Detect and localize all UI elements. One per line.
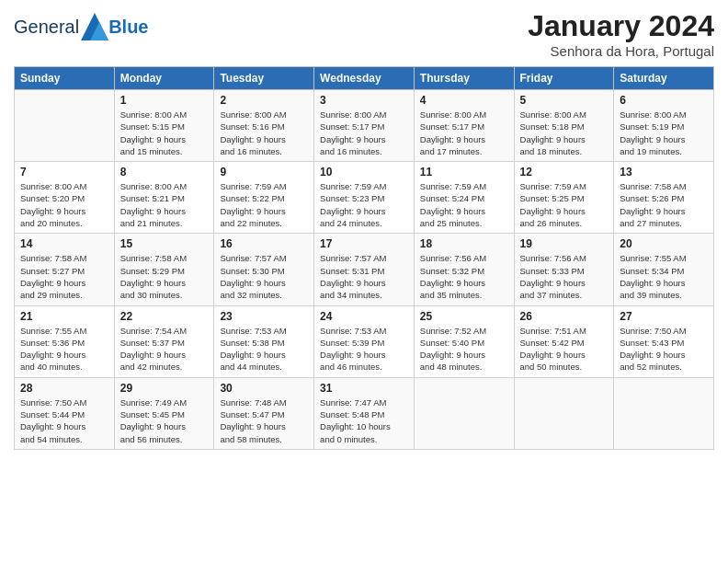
day-detail: Sunrise: 7:52 AM Sunset: 5:40 PM Dayligh…: [420, 325, 508, 373]
calendar-week-row: 28Sunrise: 7:50 AM Sunset: 5:44 PM Dayli…: [15, 377, 714, 449]
calendar-cell: 18Sunrise: 7:56 AM Sunset: 5:32 PM Dayli…: [414, 234, 514, 305]
logo-general: General: [14, 17, 79, 38]
calendar-cell: 12Sunrise: 7:59 AM Sunset: 5:25 PM Dayli…: [514, 162, 614, 234]
calendar-cell: 31Sunrise: 7:47 AM Sunset: 5:48 PM Dayli…: [314, 377, 415, 449]
day-detail: Sunrise: 7:50 AM Sunset: 5:43 PM Dayligh…: [620, 325, 708, 373]
day-detail: Sunrise: 7:48 AM Sunset: 5:47 PM Dayligh…: [220, 396, 308, 445]
calendar-cell: [514, 377, 614, 449]
day-number: 9: [220, 166, 308, 178]
day-detail: Sunrise: 7:47 AM Sunset: 5:48 PM Dayligh…: [320, 396, 408, 445]
day-number: 27: [620, 310, 708, 323]
day-number: 26: [520, 310, 609, 323]
calendar-cell: 7Sunrise: 8:00 AM Sunset: 5:20 PM Daylig…: [15, 162, 115, 234]
day-detail: Sunrise: 7:53 AM Sunset: 5:39 PM Dayligh…: [320, 325, 408, 373]
calendar-cell: 25Sunrise: 7:52 AM Sunset: 5:40 PM Dayli…: [414, 305, 514, 377]
day-detail: Sunrise: 7:56 AM Sunset: 5:32 PM Dayligh…: [420, 252, 508, 301]
calendar-cell: 9Sunrise: 7:59 AM Sunset: 5:22 PM Daylig…: [214, 162, 314, 234]
calendar-cell: 16Sunrise: 7:57 AM Sunset: 5:30 PM Dayli…: [214, 234, 314, 305]
day-detail: Sunrise: 8:00 AM Sunset: 5:17 PM Dayligh…: [320, 109, 408, 157]
day-detail: Sunrise: 7:53 AM Sunset: 5:38 PM Dayligh…: [220, 325, 308, 373]
day-number: 2: [220, 94, 308, 107]
day-detail: Sunrise: 7:51 AM Sunset: 5:42 PM Dayligh…: [520, 325, 609, 373]
calendar-cell: 13Sunrise: 7:58 AM Sunset: 5:26 PM Dayli…: [614, 162, 714, 234]
day-detail: Sunrise: 8:00 AM Sunset: 5:18 PM Dayligh…: [520, 109, 609, 157]
day-number: 5: [520, 94, 609, 107]
day-detail: Sunrise: 8:00 AM Sunset: 5:15 PM Dayligh…: [120, 109, 209, 157]
weekday-header: Tuesday: [214, 67, 314, 90]
day-number: 30: [220, 382, 308, 395]
day-detail: Sunrise: 7:58 AM Sunset: 5:26 PM Dayligh…: [620, 180, 708, 229]
day-number: 3: [320, 94, 408, 107]
day-detail: Sunrise: 7:59 AM Sunset: 5:23 PM Dayligh…: [320, 180, 408, 229]
calendar-cell: 22Sunrise: 7:54 AM Sunset: 5:37 PM Dayli…: [114, 305, 214, 377]
day-detail: Sunrise: 7:49 AM Sunset: 5:45 PM Dayligh…: [120, 396, 209, 445]
day-detail: Sunrise: 7:57 AM Sunset: 5:31 PM Dayligh…: [320, 252, 408, 301]
calendar-week-row: 7Sunrise: 8:00 AM Sunset: 5:20 PM Daylig…: [15, 162, 714, 234]
calendar-cell: 26Sunrise: 7:51 AM Sunset: 5:42 PM Dayli…: [514, 305, 614, 377]
main-container: General Blue January 2024 Senhora da Hor…: [0, 0, 728, 459]
day-detail: Sunrise: 7:55 AM Sunset: 5:36 PM Dayligh…: [20, 325, 108, 373]
logo: General Blue: [14, 9, 149, 40]
weekday-header: Sunday: [15, 67, 115, 90]
calendar-cell: 21Sunrise: 7:55 AM Sunset: 5:36 PM Dayli…: [15, 305, 115, 377]
weekday-header: Friday: [514, 67, 614, 90]
calendar-cell: 20Sunrise: 7:55 AM Sunset: 5:34 PM Dayli…: [614, 234, 714, 305]
day-number: 20: [620, 237, 708, 250]
day-detail: Sunrise: 8:00 AM Sunset: 5:17 PM Dayligh…: [420, 109, 508, 157]
location: Senhora da Hora, Portugal: [528, 43, 714, 59]
calendar-week-row: 1Sunrise: 8:00 AM Sunset: 5:15 PM Daylig…: [15, 90, 714, 162]
day-number: 22: [120, 310, 209, 323]
day-detail: Sunrise: 7:50 AM Sunset: 5:44 PM Dayligh…: [20, 396, 108, 445]
day-detail: Sunrise: 7:58 AM Sunset: 5:29 PM Dayligh…: [120, 252, 209, 301]
day-number: 24: [320, 310, 408, 323]
weekday-header: Saturday: [614, 67, 714, 90]
calendar-cell: 8Sunrise: 8:00 AM Sunset: 5:21 PM Daylig…: [114, 162, 214, 234]
day-number: 21: [20, 310, 108, 323]
day-number: 8: [120, 166, 209, 178]
calendar-cell: 3Sunrise: 8:00 AM Sunset: 5:17 PM Daylig…: [314, 90, 415, 162]
weekday-header: Thursday: [414, 67, 514, 90]
logo-blue: Blue: [108, 17, 148, 38]
calendar-week-row: 21Sunrise: 7:55 AM Sunset: 5:36 PM Dayli…: [15, 305, 714, 377]
calendar-cell: 17Sunrise: 7:57 AM Sunset: 5:31 PM Dayli…: [314, 234, 415, 305]
calendar-cell: [15, 90, 115, 162]
day-number: 13: [620, 166, 708, 178]
month-title: January 2024: [528, 9, 714, 43]
day-number: 25: [420, 310, 508, 323]
calendar-cell: 19Sunrise: 7:56 AM Sunset: 5:33 PM Dayli…: [514, 234, 614, 305]
calendar-cell: 28Sunrise: 7:50 AM Sunset: 5:44 PM Dayli…: [15, 377, 115, 449]
calendar-cell: 5Sunrise: 8:00 AM Sunset: 5:18 PM Daylig…: [514, 90, 614, 162]
calendar-table: SundayMondayTuesdayWednesdayThursdayFrid…: [14, 66, 714, 450]
calendar-cell: [614, 377, 714, 449]
day-number: 17: [320, 237, 408, 250]
day-number: 7: [20, 166, 108, 178]
day-number: 11: [420, 166, 508, 178]
calendar-header: SundayMondayTuesdayWednesdayThursdayFrid…: [15, 67, 714, 90]
calendar-cell: 27Sunrise: 7:50 AM Sunset: 5:43 PM Dayli…: [614, 305, 714, 377]
day-number: 23: [220, 310, 308, 323]
header-row: SundayMondayTuesdayWednesdayThursdayFrid…: [15, 67, 714, 90]
day-detail: Sunrise: 7:59 AM Sunset: 5:25 PM Dayligh…: [520, 180, 609, 229]
calendar-cell: 30Sunrise: 7:48 AM Sunset: 5:47 PM Dayli…: [214, 377, 314, 449]
day-detail: Sunrise: 8:00 AM Sunset: 5:16 PM Dayligh…: [220, 109, 308, 157]
day-number: 16: [220, 237, 308, 250]
calendar-cell: 4Sunrise: 8:00 AM Sunset: 5:17 PM Daylig…: [414, 90, 514, 162]
day-detail: Sunrise: 7:55 AM Sunset: 5:34 PM Dayligh…: [620, 252, 708, 301]
weekday-header: Monday: [114, 67, 214, 90]
weekday-header: Wednesday: [314, 67, 415, 90]
day-detail: Sunrise: 7:54 AM Sunset: 5:37 PM Dayligh…: [120, 325, 209, 373]
calendar-cell: 29Sunrise: 7:49 AM Sunset: 5:45 PM Dayli…: [114, 377, 214, 449]
day-detail: Sunrise: 7:57 AM Sunset: 5:30 PM Dayligh…: [220, 252, 308, 301]
day-number: 28: [20, 382, 108, 395]
day-number: 10: [320, 166, 408, 178]
day-detail: Sunrise: 7:59 AM Sunset: 5:24 PM Dayligh…: [420, 180, 508, 229]
calendar-cell: 6Sunrise: 8:00 AM Sunset: 5:19 PM Daylig…: [614, 90, 714, 162]
day-detail: Sunrise: 8:00 AM Sunset: 5:20 PM Dayligh…: [20, 180, 108, 229]
calendar-cell: 11Sunrise: 7:59 AM Sunset: 5:24 PM Dayli…: [414, 162, 514, 234]
calendar-cell: [414, 377, 514, 449]
calendar-cell: 15Sunrise: 7:58 AM Sunset: 5:29 PM Dayli…: [114, 234, 214, 305]
day-number: 29: [120, 382, 209, 395]
day-detail: Sunrise: 8:00 AM Sunset: 5:21 PM Dayligh…: [120, 180, 209, 229]
header-area: General Blue January 2024 Senhora da Hor…: [14, 9, 714, 59]
day-detail: Sunrise: 7:56 AM Sunset: 5:33 PM Dayligh…: [520, 252, 609, 301]
